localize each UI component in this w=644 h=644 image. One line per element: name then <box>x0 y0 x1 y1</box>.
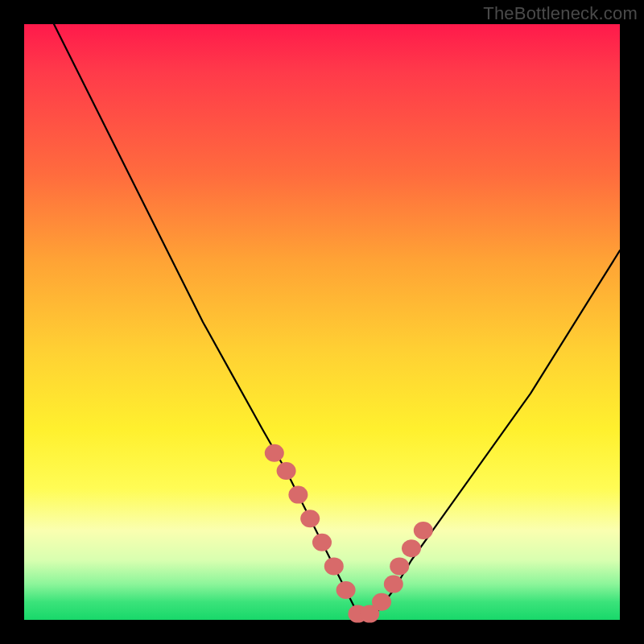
curve-marker <box>277 462 296 480</box>
curve-marker <box>384 576 403 593</box>
curve-marker <box>336 581 356 599</box>
highlighted-points-group <box>265 444 433 623</box>
curve-marker <box>402 539 421 557</box>
curve-marker <box>390 557 409 575</box>
curve-marker <box>265 444 284 462</box>
curve-marker <box>372 593 391 611</box>
curve-marker <box>312 534 332 551</box>
curve-marker <box>324 557 344 575</box>
curve-marker <box>300 510 320 527</box>
watermark-text: TheBottleneck.com <box>483 3 638 24</box>
curve-marker <box>288 486 308 504</box>
bottleneck-curve-line <box>54 24 620 614</box>
chart-frame <box>24 24 620 620</box>
chart-svg <box>24 24 620 620</box>
curve-marker <box>414 522 433 539</box>
